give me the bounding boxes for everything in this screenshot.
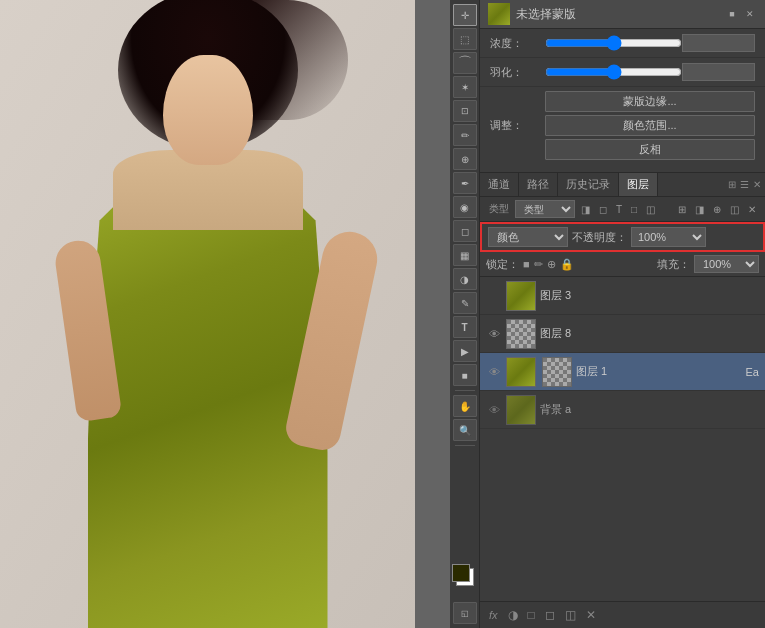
fill-label: 填充： [657, 257, 690, 272]
layer-item-3[interactable]: 👁 图层 3 [480, 277, 765, 315]
layer-item-8[interactable]: 👁 图层 8 [480, 315, 765, 353]
layers-list: 👁 图层 3 👁 图层 8 👁 图层 1 Ea [480, 277, 765, 601]
color-swatches [452, 564, 478, 590]
layer-bottom-fx[interactable]: fx [486, 607, 501, 623]
layer-thumb-transparent-1b [543, 358, 571, 386]
layers-top-right-icons: ⊞ ◨ ⊕ ◫ ✕ [675, 203, 759, 216]
lock-icon-move[interactable]: ⊕ [547, 258, 556, 271]
opacity-select[interactable]: 100% [631, 227, 706, 247]
lock-icon-brush[interactable]: ✏ [534, 258, 543, 271]
layer-bottom-adjust[interactable]: □ [525, 606, 538, 624]
tab-channels[interactable]: 通道 [480, 173, 519, 196]
foreground-color-swatch[interactable] [452, 564, 470, 582]
toolbar-divider-2 [455, 445, 475, 446]
lock-icon-checker[interactable]: ■ [523, 258, 530, 270]
tab-history[interactable]: 历史记录 [558, 173, 619, 196]
feather-input[interactable] [682, 63, 755, 81]
prop-title: 未选择蒙版 [516, 6, 576, 23]
concentration-row: 浓度： [480, 29, 765, 58]
layer-thumb-bg-dress [507, 396, 535, 424]
tool-path-select[interactable]: ▶ [453, 340, 477, 362]
layer-thumb-1 [506, 357, 536, 387]
blend-mode-select[interactable]: 颜色 [488, 227, 568, 247]
tool-magic-wand[interactable]: ✶ [453, 76, 477, 98]
tool-eyedropper[interactable]: ✏ [453, 124, 477, 146]
layer-thumb-3 [506, 281, 536, 311]
properties-section: 未选择蒙版 ■ ✕ 浓度： 羽化： 调整： 蒙版边缘... 颜色范围... [480, 0, 765, 164]
layer-eye-1[interactable]: 👁 [486, 364, 502, 380]
filter-type-label: 类型 [486, 201, 512, 217]
layer-thumb-transparent-8 [507, 320, 535, 348]
filter-icon-smart[interactable]: ◫ [643, 203, 658, 216]
layer-extra-text: Ea [746, 366, 759, 378]
tool-marquee[interactable]: ⬚ [453, 28, 477, 50]
tab-icons: ⊞ ☰ ✕ [724, 173, 765, 196]
fill-select[interactable]: 100% [694, 255, 759, 273]
tool-quickmask[interactable]: ◱ [453, 602, 477, 624]
prop-icon-close[interactable]: ✕ [743, 7, 757, 21]
tool-hand[interactable]: ✋ [453, 395, 477, 417]
canvas-area: 7gps.com 七哥论坛 [0, 0, 450, 628]
prop-thumbnail [488, 3, 510, 25]
prop-icon-square[interactable]: ■ [725, 7, 739, 21]
feather-slider[interactable] [545, 65, 682, 79]
left-toolbar: ✛ ⬚ ⌒ ✶ ⊡ ✏ ⊕ ✒ ◉ ◻ ▦ ◑ ✎ T ▶ ■ ✋ 🔍 ◱ [450, 0, 480, 628]
layer-top-icon-1[interactable]: ⊞ [675, 203, 689, 216]
layer-bottom-group[interactable]: ◻ [542, 606, 558, 624]
tool-gradient[interactable]: ▦ [453, 244, 477, 266]
concentration-slider[interactable] [545, 36, 682, 50]
tool-move[interactable]: ✛ [453, 4, 477, 26]
tab-paths[interactable]: 路径 [519, 173, 558, 196]
layer-top-icon-3[interactable]: ⊕ [710, 203, 724, 216]
tool-crop[interactable]: ⊡ [453, 100, 477, 122]
layer-bottom-new[interactable]: ◫ [562, 606, 579, 624]
layer-thumb-8 [506, 319, 536, 349]
adjust-buttons: 蒙版边缘... 颜色范围... 反相 [545, 91, 755, 160]
feather-row: 羽化： [480, 58, 765, 87]
tool-type[interactable]: T [453, 316, 477, 338]
layer-item-bg[interactable]: 👁 背景 a [480, 391, 765, 429]
filter-icon-type[interactable]: T [613, 203, 625, 216]
layer-eye-bg[interactable]: 👁 [486, 402, 502, 418]
layer-bottom-delete[interactable]: ✕ [583, 606, 599, 624]
adjust-label: 调整： [490, 118, 545, 133]
lock-label: 锁定： [486, 257, 519, 272]
tab-icon-grid[interactable]: ⊞ [728, 179, 736, 190]
concentration-input[interactable] [682, 34, 755, 52]
tab-layers[interactable]: 图层 [619, 173, 658, 196]
tool-brush[interactable]: ✒ [453, 172, 477, 194]
tool-lasso[interactable]: ⌒ [453, 52, 477, 74]
tool-dodge[interactable]: ◑ [453, 268, 477, 290]
filter-type-select[interactable]: 类型 [515, 200, 575, 218]
tool-heal[interactable]: ⊕ [453, 148, 477, 170]
layer-bottom-mask[interactable]: ◑ [505, 606, 521, 624]
layer-item-1[interactable]: 👁 图层 1 Ea [480, 353, 765, 391]
layers-bottom-bar: fx ◑ □ ◻ ◫ ✕ [480, 601, 765, 628]
layer-top-icon-delete[interactable]: ✕ [745, 203, 759, 216]
mask-edge-button[interactable]: 蒙版边缘... [545, 91, 755, 112]
filter-icon-adjust[interactable]: ◻ [596, 203, 610, 216]
tab-icon-close[interactable]: ✕ [753, 179, 761, 190]
layer-eye-8[interactable]: 👁 [486, 326, 502, 342]
blend-opacity-row: 颜色 不透明度： 100% [480, 222, 765, 252]
layer-top-icon-2[interactable]: ◨ [692, 203, 707, 216]
tool-shape[interactable]: ■ [453, 364, 477, 386]
tool-pen[interactable]: ✎ [453, 292, 477, 314]
invert-button[interactable]: 反相 [545, 139, 755, 160]
tab-icon-menu[interactable]: ☰ [740, 179, 749, 190]
right-panel: 未选择蒙版 ■ ✕ 浓度： 羽化： 调整： 蒙版边缘... 颜色范围... [480, 0, 765, 628]
filter-icon-shape[interactable]: □ [628, 203, 640, 216]
layer-name-8: 图层 8 [540, 326, 759, 341]
concentration-label: 浓度： [490, 36, 545, 51]
tool-stamp[interactable]: ◉ [453, 196, 477, 218]
layer-thumb-combined-left [507, 358, 535, 386]
filter-icon-pixel[interactable]: ◨ [578, 203, 593, 216]
layer-name-3: 图层 3 [540, 288, 759, 303]
color-range-button[interactable]: 颜色范围... [545, 115, 755, 136]
layer-eye-3[interactable]: 👁 [486, 288, 502, 304]
tool-eraser[interactable]: ◻ [453, 220, 477, 242]
layer-top-icon-4[interactable]: ◫ [727, 203, 742, 216]
tool-zoom[interactable]: 🔍 [453, 419, 477, 441]
layer-thumb-dress-3 [507, 282, 535, 310]
lock-icon-all[interactable]: 🔒 [560, 258, 574, 271]
